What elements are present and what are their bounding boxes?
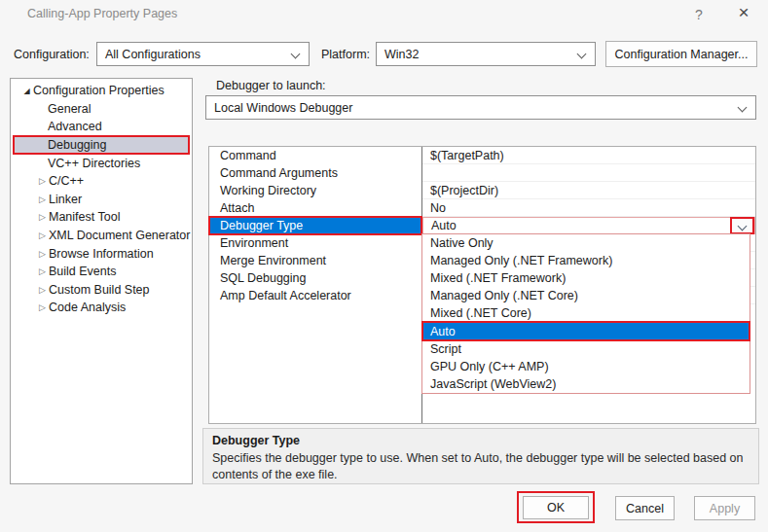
option-gpu-only-cpp-amp[interactable]: GPU Only (C++ AMP) bbox=[422, 358, 750, 375]
tree-item-label: XML Document Generator bbox=[49, 229, 190, 242]
platform-dropdown-value: Win32 bbox=[384, 48, 419, 61]
chevron-down-icon bbox=[577, 50, 587, 59]
tree-item-xml-document-generator[interactable]: ▷ XML Document Generator bbox=[11, 227, 192, 245]
tree-collapsed-icon: ▷ bbox=[36, 249, 49, 259]
configuration-dropdown-value: All Configurations bbox=[105, 48, 201, 61]
option-mixed-net-framework[interactable]: Mixed (.NET Framework) bbox=[422, 269, 750, 287]
property-row-command-arguments[interactable]: Command Arguments bbox=[209, 164, 421, 182]
tree-item-label: Advanced bbox=[48, 120, 102, 133]
ok-button[interactable]: OK bbox=[523, 496, 589, 519]
configuration-manager-button[interactable]: Configuration Manager... bbox=[605, 41, 757, 67]
help-icon[interactable]: ? bbox=[687, 4, 711, 25]
property-pages-dialog: { "window": { "title": "Calling-App Prop… bbox=[0, 0, 768, 532]
tree-item-label: Build Events bbox=[49, 265, 116, 278]
tree-item-label: Browse Information bbox=[49, 247, 154, 261]
debugger-type-value: Auto bbox=[431, 219, 457, 232]
option-native-only[interactable]: Native Only bbox=[422, 234, 750, 252]
property-row-sql-debugging[interactable]: SQL Debugging bbox=[209, 269, 421, 287]
property-row-command[interactable]: Command bbox=[209, 147, 421, 164]
tree-item-browse-information[interactable]: ▷ Browse Information bbox=[11, 244, 192, 263]
property-row-environment[interactable]: Environment bbox=[209, 234, 421, 252]
option-javascript-webview2[interactable]: JavaScript (WebView2) bbox=[422, 375, 750, 393]
tree-item-general[interactable]: General bbox=[11, 100, 192, 119]
tree-collapsed-icon: ▷ bbox=[36, 195, 49, 204]
tree-collapsed-icon: ▷ bbox=[36, 176, 49, 186]
configuration-label: Configuration: bbox=[14, 48, 90, 61]
description-text: Specifies the debugger type to use. When… bbox=[212, 450, 750, 482]
property-row-merge-environment[interactable]: Merge Environment bbox=[209, 252, 421, 269]
tree-item-label: Manifest Tool bbox=[49, 210, 120, 224]
platform-dropdown[interactable]: Win32 bbox=[376, 42, 596, 66]
tree-collapsed-icon: ▷ bbox=[36, 266, 49, 276]
tree-collapsed-icon: ▷ bbox=[36, 285, 49, 295]
platform-label: Platform: bbox=[321, 48, 370, 61]
tree-expanded-icon: ◢ bbox=[20, 87, 33, 95]
property-tree: ◢ Configuration Properties General Advan… bbox=[10, 78, 193, 484]
property-row-amp-default-accelerator[interactable]: Amp Default Accelerator bbox=[209, 287, 421, 304]
debugger-to-launch-dropdown[interactable]: Local Windows Debugger bbox=[205, 95, 756, 120]
tree-item-label: Linker bbox=[49, 193, 82, 206]
property-row-working-directory[interactable]: Working Directory bbox=[209, 182, 421, 199]
option-auto[interactable]: Auto bbox=[422, 322, 750, 339]
tree-item-custom-build-step[interactable]: ▷ Custom Build Step bbox=[11, 281, 192, 300]
tree-item-label: Configuration Properties bbox=[33, 84, 165, 97]
tree-item-advanced[interactable]: Advanced bbox=[11, 118, 192, 136]
property-value-working-directory[interactable]: $(ProjectDir) bbox=[422, 182, 755, 199]
close-icon[interactable]: × bbox=[730, 1, 757, 26]
chevron-down-icon bbox=[738, 221, 748, 231]
tree-item-label: C/C++ bbox=[49, 174, 84, 188]
option-mixed-net-core[interactable]: Mixed (.NET Core) bbox=[422, 304, 750, 322]
ok-button-highlight: OK bbox=[517, 491, 595, 523]
debugger-type-options-list: Native Only Managed Only (.NET Framework… bbox=[421, 233, 750, 394]
tree-item-linker[interactable]: ▷ Linker bbox=[11, 191, 192, 209]
property-row-attach[interactable]: Attach bbox=[209, 199, 421, 217]
property-value-debugger-type[interactable]: Auto bbox=[422, 217, 755, 234]
debugger-to-launch-label: Debugger to launch: bbox=[216, 79, 326, 92]
apply-button[interactable]: Apply bbox=[694, 496, 755, 520]
option-managed-only-net-core[interactable]: Managed Only (.NET Core) bbox=[422, 287, 750, 304]
tree-collapsed-icon: ▷ bbox=[36, 302, 49, 312]
tree-item-label: General bbox=[48, 102, 91, 116]
tree-item-label: Debugging bbox=[48, 138, 106, 152]
cancel-button[interactable]: Cancel bbox=[615, 496, 675, 520]
property-value-attach[interactable]: No bbox=[422, 199, 755, 217]
tree-item-label: Custom Build Step bbox=[49, 283, 150, 297]
chevron-down-icon bbox=[291, 50, 301, 59]
property-row-debugger-type[interactable]: Debugger Type bbox=[209, 217, 421, 234]
tree-item-c-cpp[interactable]: ▷ C/C++ bbox=[11, 172, 192, 191]
tree-item-build-events[interactable]: ▷ Build Events bbox=[11, 263, 192, 281]
tree-item-label: Code Analysis bbox=[49, 301, 126, 314]
window-title: Calling-App Property Pages bbox=[27, 7, 177, 20]
chevron-down-icon bbox=[738, 103, 748, 113]
tree-item-manifest-tool[interactable]: ▷ Manifest Tool bbox=[11, 208, 192, 227]
option-script[interactable]: Script bbox=[422, 340, 750, 358]
description-title: Debugger Type bbox=[212, 434, 749, 447]
description-panel: Debugger Type Specifies the debugger typ… bbox=[202, 428, 759, 484]
tree-item-configuration-properties[interactable]: ◢ Configuration Properties bbox=[11, 82, 192, 100]
debugger-to-launch-value: Local Windows Debugger bbox=[214, 101, 352, 115]
property-value-command-arguments[interactable] bbox=[422, 164, 755, 182]
tree-collapsed-icon: ▷ bbox=[36, 212, 49, 222]
tree-item-debugging[interactable]: Debugging bbox=[14, 136, 189, 155]
configuration-dropdown[interactable]: All Configurations bbox=[96, 42, 310, 66]
tree-collapsed-icon: ▷ bbox=[36, 231, 49, 240]
option-managed-only-net-framework[interactable]: Managed Only (.NET Framework) bbox=[422, 252, 750, 269]
tree-item-label: VC++ Directories bbox=[48, 157, 140, 170]
tree-item-code-analysis[interactable]: ▷ Code Analysis bbox=[11, 299, 192, 317]
tree-item-vcpp-directories[interactable]: VC++ Directories bbox=[11, 154, 192, 172]
property-value-command[interactable]: $(TargetPath) bbox=[422, 147, 755, 164]
debugger-type-dropdown-button[interactable] bbox=[731, 218, 753, 233]
